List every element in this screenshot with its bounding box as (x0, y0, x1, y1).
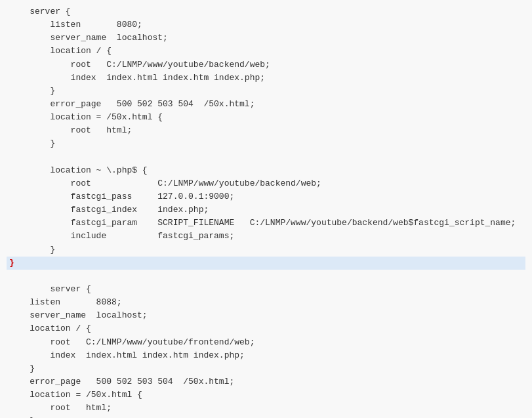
line-17: fastcgi_param SCRIPT_FILENAME C:/LNMP/ww… (7, 217, 525, 230)
line-21 (7, 270, 525, 283)
line-30: location = /50x.html { (7, 388, 525, 402)
line-12 (7, 151, 525, 164)
line-22: server { (7, 283, 525, 296)
line-3: server_name localhost; (7, 31, 525, 45)
line-23: listen 8088; (7, 296, 525, 309)
line-5: root C:/LNMP/www/youtube/backend/web; (7, 58, 525, 72)
line-10: root html; (7, 124, 525, 137)
line-2: listen 8080; (7, 18, 525, 31)
line-15: fastcgi_pass 127.0.0.1:9000; (7, 190, 525, 203)
line-8: error_page 500 502 503 504 /50x.html; (7, 98, 525, 111)
code-content: server { listen 8080; server_name localh… (0, 5, 532, 418)
line-9: location = /50x.html { (7, 111, 525, 124)
line-7: } (7, 85, 525, 98)
line-31: root html; (7, 402, 525, 415)
code-editor: server { listen 8080; server_name localh… (0, 0, 532, 418)
line-32: } (7, 415, 525, 418)
line-28: } (7, 362, 525, 375)
line-27: index index.html index.htm index.php; (7, 349, 525, 362)
line-20: } (7, 257, 525, 270)
line-16: fastcgi_index index.php; (7, 203, 525, 217)
line-18: include fastcgi_params; (7, 230, 525, 243)
line-19: } (7, 243, 525, 257)
line-29: error_page 500 502 503 504 /50x.html; (7, 375, 525, 388)
line-11: } (7, 137, 525, 150)
line-24: server_name localhost; (7, 309, 525, 322)
line-1: server { (7, 5, 525, 18)
line-4: location / { (7, 45, 525, 58)
line-26: root C:/LNMP/www/youtube/frontend/web; (7, 336, 525, 349)
line-6: index index.html index.htm index.php; (7, 72, 525, 85)
line-25: location / { (7, 322, 525, 335)
line-14: root C:/LNMP/www/youtube/backend/web; (7, 177, 525, 190)
line-13: location ~ \.php$ { (7, 164, 525, 177)
